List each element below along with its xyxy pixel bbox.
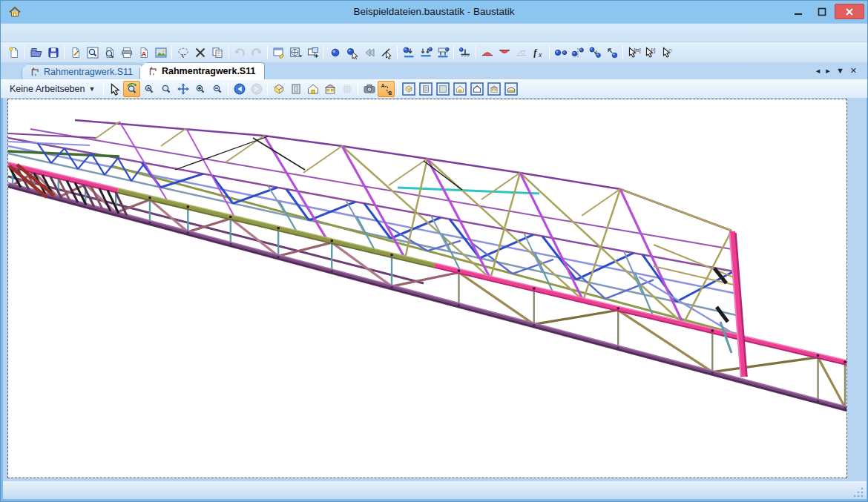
zoom-window-button[interactable]: A	[140, 81, 157, 97]
export-doc-button[interactable]	[67, 44, 84, 61]
zoom-dyn-icon	[160, 82, 173, 96]
tab-list-button[interactable]: ▼	[836, 65, 844, 76]
view-front-button[interactable]	[287, 81, 304, 97]
view-manager-button[interactable]	[287, 44, 304, 61]
new-project-button[interactable]	[5, 44, 22, 61]
view-previous-button[interactable]	[231, 81, 248, 97]
copy-node-button[interactable]	[552, 44, 569, 61]
print-preview-button[interactable]	[101, 44, 118, 61]
roof-view-framed-button[interactable]	[502, 81, 519, 97]
menu-werkzeug[interactable]	[127, 24, 146, 42]
front-view-framed-button[interactable]	[417, 81, 434, 97]
mirror-node-button[interactable]	[569, 44, 586, 61]
measure-cursor-button[interactable]: [m]	[625, 44, 642, 61]
view-next-button[interactable]	[248, 81, 265, 97]
lasso-select-button[interactable]	[174, 44, 191, 61]
float-window-button[interactable]	[304, 44, 321, 61]
delete-button[interactable]	[191, 44, 208, 61]
open-button[interactable]	[27, 44, 45, 61]
section-view-framed-button[interactable]	[485, 81, 502, 97]
create-node-button[interactable]	[326, 44, 343, 61]
zoom-out-button[interactable]	[208, 81, 226, 97]
redo-button[interactable]	[248, 44, 265, 61]
path-ab-icon: AB	[380, 82, 393, 96]
draw-member-button[interactable]	[378, 44, 395, 61]
view-side-button[interactable]	[304, 81, 321, 97]
truss-model	[8, 99, 846, 478]
toolbar-separator	[476, 46, 476, 59]
print-icon	[120, 46, 134, 59]
support-button[interactable]	[456, 44, 473, 61]
plain-view-framed-button[interactable]	[434, 81, 451, 97]
menu-fenster[interactable]	[165, 24, 185, 42]
copy-icon	[211, 46, 224, 59]
menu-darstellung[interactable]	[146, 24, 165, 42]
menu-bearbeiten[interactable]	[69, 24, 88, 42]
moment-diagram-button[interactable]	[479, 44, 496, 61]
node-load-button[interactable]	[400, 44, 417, 61]
toolbar-separator	[397, 46, 398, 59]
props-icon	[272, 46, 286, 59]
zoom-dynamic-button[interactable]	[157, 81, 174, 97]
stretch-node-button[interactable]	[603, 44, 620, 61]
export-doc-icon	[69, 46, 82, 59]
flip-member-button[interactable]	[361, 44, 378, 61]
object-cursor-button[interactable]: ◇	[660, 44, 677, 61]
tab-scroll-left-button[interactable]: ◂	[816, 65, 821, 76]
menu-datei[interactable]	[30, 24, 50, 42]
tab-close-button[interactable]: ✕	[850, 65, 857, 76]
tab-scroll-right-button[interactable]: ▸	[826, 65, 830, 76]
print-button[interactable]	[118, 44, 135, 61]
pg1-icon	[554, 46, 568, 59]
model-canvas[interactable]	[8, 99, 846, 478]
house-view-framed-button[interactable]	[451, 81, 468, 97]
save-button[interactable]	[45, 44, 62, 61]
diagram2-icon	[498, 46, 511, 59]
view-top-button[interactable]	[321, 81, 338, 97]
title-bar[interactable]: Beispieldateien.baustatik - Baustatik	[1, 1, 867, 23]
menu-debug[interactable]	[11, 24, 30, 42]
load-member-icon	[419, 46, 433, 59]
menu-hilfe[interactable]	[185, 24, 204, 42]
copy-button[interactable]	[208, 44, 226, 61]
diagram1-icon	[481, 46, 494, 59]
resize-grip[interactable]	[854, 487, 864, 497]
z-diagram-button[interactable]: z	[513, 44, 530, 61]
frame-doc-icon	[30, 67, 40, 77]
maximize-button[interactable]	[811, 4, 833, 19]
save-icon	[47, 46, 60, 59]
shear-diagram-button[interactable]	[496, 44, 513, 61]
export-pdf-button[interactable]: A	[135, 44, 152, 61]
export-image-button[interactable]	[152, 44, 169, 61]
minimize-button[interactable]	[787, 4, 809, 19]
tab-rahmentragwerk-2[interactable]: Rahmentragwerk.S11	[139, 62, 265, 79]
pg4-icon	[605, 46, 619, 59]
select-cursor-button[interactable]	[106, 81, 123, 97]
float-icon	[306, 46, 320, 59]
camera-path-button[interactable]: AB	[378, 81, 395, 97]
orbit-button[interactable]	[123, 81, 140, 97]
angle-cursor-button[interactable]: [‹]	[642, 44, 660, 61]
outline-view-framed-button[interactable]	[468, 81, 485, 97]
properties-button[interactable]	[270, 44, 287, 61]
menu-erzeugen[interactable]	[50, 24, 69, 42]
render-photo-button[interactable]	[361, 81, 378, 97]
workplane-dropdown[interactable]: Keine Arbeitseben ▼	[5, 81, 101, 97]
view-isometric-button[interactable]	[270, 81, 287, 97]
pan-button[interactable]	[174, 81, 191, 97]
function-button[interactable]: fx	[530, 44, 547, 61]
undo-button[interactable]	[231, 44, 248, 61]
member-load-button[interactable]	[417, 44, 434, 61]
menu-ergebnisse[interactable]	[88, 24, 108, 42]
close-button[interactable]	[835, 4, 864, 19]
menu-optionen[interactable]	[108, 24, 127, 42]
tab-rahmentragwerk-1[interactable]: Rahmentragwerk.S11	[22, 64, 142, 79]
print-preview-frame-button[interactable]	[84, 44, 101, 61]
move-nodes-button[interactable]	[586, 44, 603, 61]
zoom-in-button[interactable]	[191, 81, 208, 97]
grid-button[interactable]	[338, 81, 355, 97]
f-iso-icon	[402, 82, 415, 96]
select-node-button[interactable]	[343, 44, 361, 61]
area-load-button[interactable]	[434, 44, 451, 61]
persp-view-framed-button[interactable]	[400, 81, 417, 97]
